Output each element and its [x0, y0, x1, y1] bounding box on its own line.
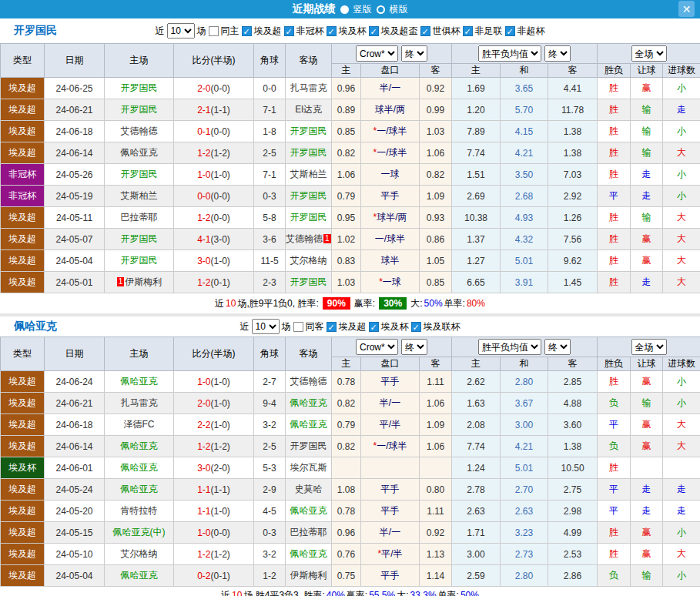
euro-home-odds: 1.24 [452, 457, 501, 479]
bookmaker-select[interactable]: Crow* [356, 45, 398, 62]
close-button[interactable]: ✕ [678, 1, 695, 17]
euro-home-odds: 1.27 [452, 250, 501, 272]
asia-home-odds: 0.89 [332, 99, 361, 121]
line-text: 半/一 [380, 82, 400, 93]
halftime-score: (1-2) [211, 148, 230, 159]
asia-home-odds: 0.96 [332, 78, 361, 99]
header-row-groups: 类型日期主场比分(半场)角球客场Crow*终胜平负均值终全场 [1, 44, 700, 64]
scope-select[interactable]: 全场 [631, 45, 667, 62]
asia-home-odds: 0.78 [332, 501, 361, 522]
column-header: 客场 [286, 337, 332, 371]
league-checkbox[interactable]: ✓ [327, 26, 337, 36]
euro-away-odds: 4.41 [548, 78, 598, 99]
summary-text: 大: [410, 297, 422, 310]
competition-type-badge: 埃及超 [1, 78, 45, 99]
away-team-cell: 开罗国民 [286, 207, 332, 229]
euro-home-odds: 1.69 [452, 78, 501, 99]
league-checkbox[interactable]: ✓ [411, 322, 421, 332]
same-venue-checkbox[interactable]: ✓ [209, 26, 219, 36]
match-count-select[interactable]: 10 [167, 23, 195, 39]
competition-type-badge: 埃及超 [1, 414, 45, 436]
sub-column-header: 进球数 [663, 64, 700, 78]
euro-odds-select[interactable]: 胜平负均值 [478, 45, 541, 62]
panel-title: 近期战绩 [293, 2, 336, 16]
away-team-cell: 艾德翰德 [286, 371, 332, 393]
corner-cell: 3-2 [254, 544, 286, 565]
home-team-cell: 开罗国民 [105, 229, 174, 250]
euro-away-odds: 2.86 [548, 565, 598, 587]
league-checkbox[interactable]: ✓ [463, 26, 473, 36]
league-checkbox[interactable]: ✓ [369, 26, 379, 36]
euro-draw-odds: 4.21 [501, 142, 548, 164]
match-row: 埃及超24-05-04开罗国民3-0(1-0)11-5艾尔格纳0.83球半1.0… [1, 250, 700, 272]
away-team-cell: 开罗国民 [286, 142, 332, 164]
euro-odds-select[interactable]: 胜平负均值 [478, 339, 541, 355]
league-checkbox[interactable]: ✓ [242, 26, 252, 36]
asia-odds-group-header: Crow*终 [332, 44, 452, 64]
league-checkbox[interactable]: ✓ [420, 26, 430, 36]
league-label: 埃及超 [254, 25, 282, 38]
fulltime-score: 1-2 [197, 441, 210, 452]
fulltime-score: 2-0 [197, 83, 210, 94]
asia-handicap-line: *一球 [361, 272, 420, 293]
vertical-layout-radio[interactable] [340, 5, 349, 14]
bookmaker-select[interactable]: Crow* [356, 339, 398, 355]
line-text: 平手 [381, 484, 400, 494]
asia-away-odds: 0.93 [420, 207, 452, 229]
league-checkbox[interactable]: ✓ [327, 322, 337, 332]
asia-away-odds: 0.92 [420, 522, 452, 544]
result-handicap-cell: 走 [631, 501, 663, 522]
date-cell: 24-06-21 [45, 393, 105, 414]
sub-column-header: 进球数 [663, 357, 700, 371]
line-text: 一/球半 [377, 126, 407, 136]
euro-draw-odds: 5.70 [501, 99, 548, 121]
euro-draw-odds: 2.80 [501, 565, 548, 587]
match-row: 埃及超24-06-24佩哈亚克1-0(1-0)2-7艾德翰德0.78平手1.11… [1, 371, 700, 393]
league-checkbox[interactable]: ✓ [369, 322, 379, 332]
summary-text: 单率: [438, 589, 459, 596]
match-row: 非冠杯24-05-26开罗国民1-0(1-0)7-1艾斯柏兰1.06一球0.82… [1, 164, 700, 186]
team-name-text: 佩哈亚克 [121, 147, 158, 158]
matches-table-0: 类型日期主场比分(半场)角球客场Crow*终胜平负均值终全场主盘口客主和客胜负让… [0, 43, 700, 293]
asia-final-select[interactable]: 终 [401, 45, 427, 62]
league-checkbox[interactable]: ✓ [505, 26, 515, 36]
asia-away-odds: 1.13 [420, 544, 452, 565]
asia-away-odds: 1.09 [420, 186, 452, 207]
sub-column-header: 让球 [631, 357, 663, 371]
match-count-select[interactable]: 10 [252, 319, 280, 334]
asia-home-odds: 0.79 [332, 414, 361, 436]
column-header: 主场 [105, 337, 174, 371]
match-row: 埃及超24-06-14佩哈亚克1-2(1-2)2-5开罗国民0.82*一/球半1… [1, 436, 700, 457]
result-wdl-cell: 胜 [598, 78, 631, 99]
team-name-text: 艾斯柏兰 [290, 169, 327, 179]
filter-controls: 近10场✓同客✓埃及超✓埃及杯✓埃及联杯 [240, 319, 461, 334]
euro-home-odds: 6.65 [452, 272, 501, 293]
team-name-text: 巴拉蒂耶 [121, 212, 158, 223]
match-row: 埃及超24-05-04佩哈亚克0-2(0-1)1-2伊斯梅利0.75平手1.14… [1, 565, 700, 587]
team-name-text: 开罗国民 [121, 233, 158, 244]
result-goals-cell: 小 [663, 121, 700, 142]
result-wdl-cell: 胜 [598, 121, 631, 142]
euro-final-select[interactable]: 终 [544, 45, 571, 62]
halftime-score: (1-0) [211, 420, 230, 430]
asia-handicap-line: 平手 [361, 371, 420, 393]
sub-column-header: 胜负 [598, 357, 631, 371]
same-venue-checkbox[interactable]: ✓ [293, 322, 303, 332]
euro-home-odds: 1.51 [452, 164, 501, 186]
horizontal-layout-radio[interactable] [377, 5, 385, 14]
date-cell: 24-06-14 [45, 142, 105, 164]
asia-final-select[interactable]: 终 [401, 339, 427, 355]
section-team-title: 开罗国民 [14, 24, 57, 38]
asia-home-odds: 0.79 [332, 186, 361, 207]
scope-select[interactable]: 全场 [631, 339, 667, 355]
match-row: 埃及超24-05-20肯特拉特1-1(1-0)4-5佩哈亚克0.78平手1.11… [1, 501, 700, 522]
asia-handicap-line: *一/球半 [361, 436, 420, 457]
corner-cell: 7-1 [254, 99, 286, 121]
euro-away-odds: 1.38 [548, 142, 598, 164]
competition-type-badge: 埃及超 [1, 479, 45, 501]
euro-final-select[interactable]: 终 [544, 339, 571, 355]
summary-value: 50% [424, 298, 443, 309]
team-name-text: 艾尔格纳 [121, 548, 158, 559]
league-checkbox[interactable]: ✓ [284, 26, 294, 36]
corner-cell: 2-5 [254, 142, 286, 164]
